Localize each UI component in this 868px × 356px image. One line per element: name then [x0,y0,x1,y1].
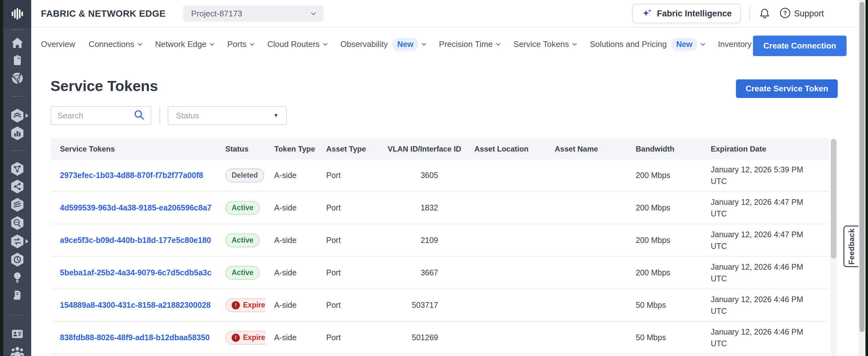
nav-item-overview[interactable]: Overview [41,39,75,49]
expiration-date-value: January 12, 2026 4:46 PM UTC [711,261,805,284]
asset-type-value: Port [326,171,341,180]
column-header-status: Status [217,144,266,154]
desktop-edge-right [866,0,868,356]
vlan-interface-id-value: 3605 [421,171,438,180]
svg-text:?: ? [783,10,787,17]
expand-arrow-icon [26,114,28,118]
search-input[interactable] [57,111,134,121]
receipt-icon [10,289,24,302]
sidebar-item-id-card-icon[interactable] [3,325,31,343]
mesh-hexagon-icon [9,161,25,177]
table-row[interactable]: a9ce5f3c-b09d-440b-b18d-177e5c80e180 ! A… [51,224,829,257]
sidebar-item-people-icon[interactable] [3,343,31,356]
chevron-down-icon [210,41,214,46]
create-service-token-button[interactable]: Create Service Token [736,79,838,98]
table-row[interactable]: 4d599539-963d-4a38-9185-ea206596c8a7 ! A… [51,192,829,224]
sidebar-item-share-hexagon-icon[interactable] [3,177,31,196]
token-type-value: A-side [274,268,297,277]
bandwidth-value: 200 Mbps [636,203,671,212]
topbar-divider [749,6,750,21]
desktop-edge-left [0,0,3,356]
sidebar-item-stack-hexagon-icon[interactable] [3,196,31,214]
service-token-link[interactable]: 838fdb88-8026-48f9-ad18-b12dbaa58350 [60,333,210,342]
fabric-intelligence-button[interactable]: Fabric Intelligence [632,4,741,23]
sidebar-item-receipt-icon[interactable] [3,286,31,305]
bandwidth-value: 200 Mbps [636,236,671,245]
table-scrollbar-thumb[interactable] [831,139,836,259]
token-type-value: A-side [274,171,297,180]
nav-item-label: Service Tokens [514,39,569,49]
column-header-vlan-id-interface-id: VLAN ID/Interface ID [379,144,466,154]
sidebar-item-clipboard-icon[interactable] [3,51,31,70]
nav-item-ports[interactable]: Ports [227,39,254,49]
vlan-interface-id-value: 3667 [421,268,438,277]
status-badge-label: Expired [243,333,266,342]
service-token-link[interactable]: 154889a8-4300-431c-8158-a21882300028 [60,300,211,310]
notifications-bell-icon[interactable] [758,7,771,20]
nav-item-solutions-and-pricing[interactable]: Solutions and Pricing New [590,38,705,51]
nav-item-precision-time[interactable]: Precision Time [439,39,500,49]
sidebar-item-fabric-layers-hexagon-icon[interactable] [3,106,31,125]
project-selector[interactable]: Project-87173 [183,5,323,22]
vlan-interface-id-value: 503717 [412,300,438,310]
table-row[interactable]: 838fdb88-8026-48f9-ad18-b12dbaa58350 ! E… [51,322,829,354]
status-badge-label: Active [231,203,253,212]
support-button[interactable]: ? Support [779,7,824,20]
vlan-interface-id-value: 1832 [421,203,438,212]
service-token-link[interactable]: 4d599539-963d-4a38-9185-ea206596c8a7 [60,203,212,212]
column-header-asset-type: Asset Type [317,144,379,154]
expiration-date-value: January 12, 2026 5:39 PM UTC [711,164,805,187]
status-filter-select[interactable]: Status ▼ [168,106,287,125]
nav-item-observability[interactable]: Observability New [340,38,426,51]
nav-item-service-tokens[interactable]: Service Tokens [514,39,576,49]
page-scrollbar-thumb[interactable] [860,2,865,332]
nav-item-network-edge[interactable]: Network Edge [155,39,214,49]
token-type-value: A-side [274,300,297,310]
create-connection-button[interactable]: Create Connection [753,36,846,56]
sidebar-item-transfer-hexagon-icon[interactable] [3,232,31,251]
vlan-interface-id-value: 2109 [421,236,438,245]
status-badge-label: Deleted [231,171,258,180]
asset-type-value: Port [326,268,341,277]
asset-type-value: Port [326,203,341,212]
clipboard-icon [10,54,24,67]
table-header-row: Service TokensStatusToken TypeAsset Type… [51,138,829,159]
table-row[interactable]: 5beba1af-25b2-4a34-9079-6c7d5cdb5a3c ! A… [51,257,829,289]
page-scrollbar[interactable] [859,0,866,356]
column-header-asset-name: Asset Name [546,144,627,154]
nav-item-label: Network Edge [155,39,207,49]
token-type-value: A-side [274,203,297,212]
sidebar-item-clock-hexagon-icon[interactable] [3,251,31,269]
equinix-logo[interactable] [3,0,31,28]
nav-item-label: Overview [41,39,75,49]
clock-hexagon-icon [9,252,25,267]
globe-network-icon [10,71,25,85]
bandwidth-value: 50 Mbps [636,300,666,310]
sidebar-item-mesh-hexagon-icon[interactable] [3,160,31,178]
search-icon[interactable] [134,109,145,122]
feedback-tab[interactable]: Feedback [843,226,859,267]
sparkle-icon [642,8,652,20]
sidebar-item-bar-chart-hexagon-icon[interactable] [3,124,31,142]
chevron-down-icon [496,41,500,46]
table-row[interactable]: 154889a8-4300-431c-8158-a21882300028 ! E… [51,289,829,322]
nav-item-label: Connections [89,39,134,49]
alert-icon: ! [231,301,240,310]
nav-item-connections[interactable]: Connections [89,39,142,49]
service-token-link[interactable]: 2973efec-1b03-4d88-870f-f7b2f77a00f8 [60,171,203,180]
main-navigation: Overview Connections Network Edge Ports … [31,28,868,60]
service-token-link[interactable]: 5beba1af-25b2-4a34-9079-6c7d5cdb5a3c [60,268,212,277]
service-tokens-table: Service TokensStatusToken TypeAsset Type… [51,138,829,354]
table-row[interactable]: 2973efec-1b03-4d88-870f-f7b2f77a00f8 ! D… [51,159,829,192]
sidebar-item-globe-cursor-hexagon-icon[interactable] [3,214,31,232]
sidebar-item-lightbulb-icon[interactable] [3,269,31,287]
service-token-link[interactable]: a9ce5f3c-b09d-440b-b18d-177e5c80e180 [60,236,211,245]
dropdown-caret-icon: ▼ [273,112,279,119]
sidebar-item-home-icon[interactable] [3,34,31,52]
support-label: Support [794,9,824,19]
page-title: Service Tokens [51,77,158,95]
sidebar-item-globe-network-icon[interactable] [3,69,31,87]
table-scrollbar[interactable] [830,138,837,356]
chevron-down-icon [250,41,254,46]
nav-item-cloud-routers[interactable]: Cloud Routers [267,39,327,49]
